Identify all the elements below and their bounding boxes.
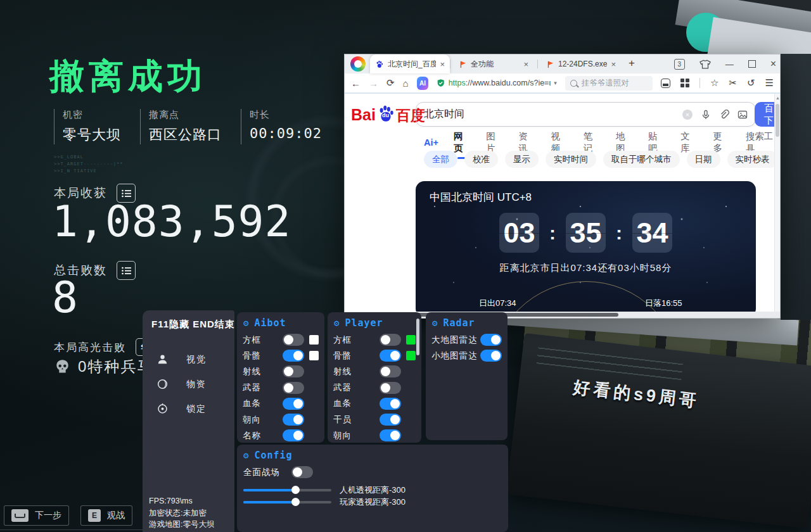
color-swatch[interactable]: [406, 351, 416, 360]
apps-grid-icon[interactable]: [680, 79, 689, 87]
toggle[interactable]: [380, 365, 401, 377]
url-caret-icon[interactable]: ▾: [554, 80, 557, 86]
voice-mic-icon[interactable]: [701, 110, 711, 120]
browser-window: 北京时间_百度搜 × 全功能 × 12-24DFS.exe - × +: [344, 54, 781, 319]
toggle[interactable]: [380, 334, 401, 346]
home-icon[interactable]: ⌂: [403, 78, 409, 89]
stat-value: 西区公路口: [149, 125, 222, 144]
decorative-readout: >>G_LOBAL >>T_ARGET---------|** >>I_N TI…: [54, 154, 124, 175]
toggle[interactable]: [291, 466, 313, 478]
menu-icon[interactable]: ☰: [765, 77, 774, 89]
toggle[interactable]: [480, 350, 502, 362]
next-step-button[interactable]: 下一步: [4, 505, 69, 526]
tab-close-icon[interactable]: ×: [440, 60, 445, 69]
filter-chip[interactable]: 日期: [687, 151, 720, 168]
history-undo-icon[interactable]: ↺: [747, 77, 755, 89]
filter-chip[interactable]: 显示: [505, 151, 539, 168]
toggle-row: 方框: [333, 332, 416, 348]
aibot-panel: ⚙ Aibot 方框 骨骼 射线 武器: [237, 312, 324, 443]
toggle[interactable]: [480, 334, 502, 346]
slider-knob[interactable]: [291, 486, 300, 494]
ai-assistant-icon[interactable]: AI: [417, 77, 429, 90]
baidu-logo[interactable]: Bai du 百度: [351, 103, 425, 123]
scrollbar-thumb[interactable]: [776, 104, 779, 137]
baidu-search-input[interactable]: 北京时间 ×: [416, 102, 756, 127]
clock-title: 中国北京时间 UTC+8: [430, 190, 532, 205]
toggle[interactable]: [283, 365, 304, 377]
attachment-clip-icon[interactable]: [719, 110, 729, 120]
screenshot-scissors-icon[interactable]: ✂: [729, 77, 737, 89]
color-swatch[interactable]: [406, 335, 416, 345]
menu-item-loot[interactable]: 物资: [143, 372, 234, 396]
filter-chip[interactable]: 校准: [464, 151, 498, 168]
tab-close-icon[interactable]: ×: [611, 60, 616, 69]
swatch-spacer: [406, 383, 416, 393]
maximize-button[interactable]: [748, 60, 756, 68]
gear-icon: ⚙: [243, 318, 249, 328]
tab-close-icon[interactable]: ×: [523, 60, 528, 69]
toggle[interactable]: [283, 429, 304, 441]
address-bar[interactable]: https://www.baidu.com/s?ie=ι ▾: [437, 79, 557, 87]
spectate-button[interactable]: E 观战: [80, 505, 132, 526]
slider-knob[interactable]: [291, 498, 300, 506]
toggle[interactable]: [380, 429, 401, 441]
reload-icon[interactable]: ⟳: [386, 77, 395, 89]
toolbar-search-box[interactable]: 挂爷爷遗照对: [565, 76, 653, 91]
color-swatch[interactable]: [309, 335, 319, 345]
forward-icon[interactable]: →: [369, 78, 378, 89]
browser-tab-strip: 北京时间_百度搜 × 全功能 × 12-24DFS.exe - × +: [345, 54, 780, 73]
minimize-button[interactable]: —: [725, 60, 734, 69]
tab-dfs-exe[interactable]: 12-24DFS.exe - ×: [541, 54, 621, 73]
toggle[interactable]: [380, 414, 401, 426]
panel-scrollbar[interactable]: [416, 319, 419, 355]
filter-chip-all[interactable]: 全部: [424, 151, 457, 168]
filter-chip[interactable]: 取自于哪个城市: [603, 151, 680, 168]
kills-list-icon[interactable]: [117, 261, 136, 280]
filter-chip[interactable]: 实时时间: [546, 151, 596, 168]
skin-shirt-icon[interactable]: [699, 60, 711, 69]
scrollbar-up-arrow[interactable]: ▲: [776, 96, 780, 100]
toggle[interactable]: [283, 414, 304, 426]
browser-logo-icon[interactable]: [350, 56, 366, 72]
new-tab-button[interactable]: +: [629, 57, 635, 70]
reader-mode-icon[interactable]: [661, 79, 670, 88]
nav-ai[interactable]: Ai+: [424, 137, 438, 148]
toggle[interactable]: [283, 382, 304, 394]
deco-line: >>I_N TIATIVE: [54, 168, 124, 175]
toggle[interactable]: [380, 382, 401, 394]
deco-line: >>G_LOBAL: [54, 154, 124, 161]
image-search-icon[interactable]: [738, 110, 748, 120]
tab-beijing-time[interactable]: 北京时间_百度搜 ×: [370, 54, 450, 73]
toggle[interactable]: [283, 334, 304, 346]
bot-distance-slider[interactable]: [243, 489, 331, 491]
menu-item-visual[interactable]: 视觉: [143, 347, 234, 372]
slider-fill: [243, 501, 296, 504]
hotkeys-hint: F11隐藏 END结束: [143, 310, 234, 333]
clear-input-icon[interactable]: ×: [682, 110, 693, 120]
toggle-row: 骨骼: [243, 348, 319, 364]
kills-value: 8: [52, 276, 79, 319]
favorites-star-icon[interactable]: ☆: [710, 77, 718, 89]
toggle[interactable]: [283, 398, 304, 410]
toggle[interactable]: [380, 398, 401, 410]
back-icon[interactable]: ←: [351, 78, 361, 89]
player-rows: 方框 骨骼 射线 武器 血条: [328, 331, 421, 444]
close-button[interactable]: ×: [770, 58, 776, 70]
tab-count-badge[interactable]: 3: [674, 59, 685, 70]
swatch-spacer: [309, 383, 319, 393]
page-vertical-scrollbar[interactable]: ▲: [774, 94, 780, 312]
color-swatch[interactable]: [309, 351, 319, 360]
tab-all-features[interactable]: 全功能 ×: [454, 54, 533, 73]
filter-chip[interactable]: 实时秒表: [727, 151, 778, 168]
toggle-row: 朝向: [333, 428, 416, 443]
stat-label: 时长: [250, 109, 322, 121]
menu-item-aim-lock[interactable]: 锁定: [143, 396, 234, 421]
player-distance-slider[interactable]: [243, 501, 331, 504]
toggle[interactable]: [283, 350, 304, 362]
harvest-value: 1,083,592: [52, 200, 291, 243]
toggle[interactable]: [380, 350, 401, 362]
evac-stats: 机密 零号大坝 撤离点 西区公路口 时长 00:09:02: [54, 109, 341, 144]
url-path: ://www.baidu.com/s?ie=ι: [466, 79, 551, 87]
swatch-spacer: [309, 415, 319, 424]
clock-colon: :: [549, 222, 556, 244]
